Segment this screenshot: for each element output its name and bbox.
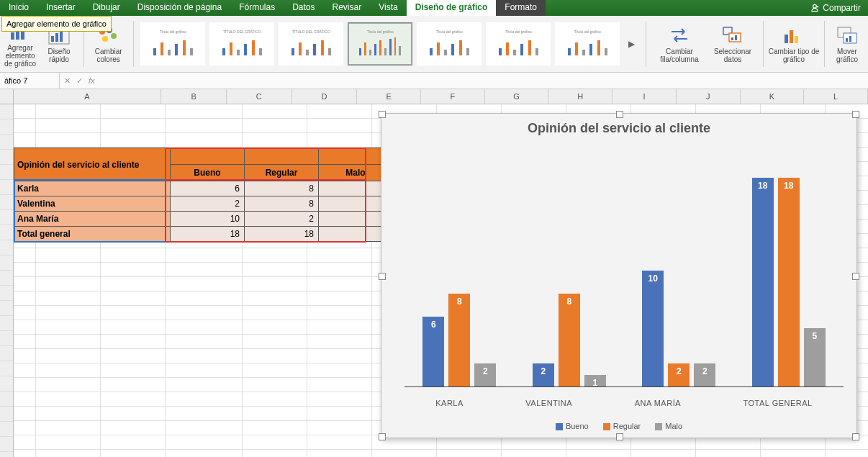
table-row: Total general 18 18 5	[14, 227, 393, 242]
bar[interactable]: 2	[474, 363, 496, 386]
bar[interactable]: 10	[642, 271, 664, 386]
x-label: VALENTINA	[525, 399, 572, 407]
bar-value-label: 18	[758, 181, 767, 191]
data-table: Opinión del servicio al cliente Bueno Re…	[14, 148, 393, 242]
tooltip: Agregar elemento de gráfico	[1, 16, 112, 32]
btn-label: Cambiar colores	[91, 47, 126, 63]
svg-rect-5	[51, 36, 54, 42]
svg-point-11	[102, 36, 108, 42]
svg-point-10	[111, 33, 117, 39]
tab-formato[interactable]: Formato	[496, 0, 546, 16]
col-head-C[interactable]: C	[227, 89, 292, 104]
bar[interactable]: 2	[694, 363, 715, 386]
share-button[interactable]: Compartir	[803, 0, 868, 16]
legend-regular: Regular	[613, 422, 641, 430]
plot-area[interactable]: 682281102218185	[404, 150, 844, 387]
ribbon-toolbar: + Agregar elemento de gráfico Diseño ráp…	[0, 16, 868, 73]
hdr-regular[interactable]: Regular	[245, 165, 319, 181]
bar[interactable]: 18	[752, 178, 774, 386]
tab-insertar[interactable]: Insertar	[37, 0, 84, 16]
bar[interactable]: 8	[448, 294, 470, 386]
chart-style-gallery: Título del gráfico TÍTULO DEL GRÁFICO TÍ…	[140, 22, 638, 65]
chart-style-1[interactable]: Título del gráfico	[140, 22, 205, 65]
svg-rect-7	[60, 30, 63, 42]
tab-dibujar[interactable]: Dibujar	[84, 0, 129, 16]
fx-icon[interactable]: fx	[89, 76, 95, 85]
col-head-F[interactable]: F	[421, 89, 485, 104]
select-data-icon	[720, 24, 745, 46]
col-head-H[interactable]: H	[548, 89, 612, 104]
chart-style-3[interactable]: TÍTULO DEL GRÁFICO	[279, 22, 343, 65]
btn-label: Cambiar fila/columna	[654, 47, 705, 63]
bar-value-label: 2	[541, 366, 546, 376]
bar-group: 682	[404, 294, 515, 386]
row-headers[interactable]	[0, 104, 14, 457]
share-person-icon	[810, 3, 820, 13]
col-head-K[interactable]: K	[741, 89, 805, 104]
bar[interactable]: 1	[584, 375, 606, 386]
svg-rect-21	[846, 38, 848, 42]
svg-rect-0	[11, 32, 14, 40]
col-head-E[interactable]: E	[357, 89, 421, 104]
chart-legend[interactable]: Bueno Regular Malo	[381, 422, 856, 430]
bar-value-label: 2	[677, 366, 682, 376]
cells-area[interactable]: Opinión del servicio al cliente Bueno Re…	[14, 104, 868, 457]
chart-style-4[interactable]: Título del gráfico	[348, 22, 412, 65]
bar[interactable]: 8	[559, 294, 580, 386]
cancel-icon[interactable]: ✕	[64, 76, 71, 86]
bar-value-label: 6	[431, 320, 436, 330]
table-row: Karla 6 8 2	[14, 181, 393, 196]
col-head-J[interactable]: J	[677, 89, 741, 104]
tab-revisar[interactable]: Revisar	[324, 0, 371, 16]
svg-rect-17	[790, 30, 793, 43]
chart-style-5[interactable]: Título del gráfico	[417, 22, 482, 65]
bar-value-label: 5	[812, 331, 817, 341]
select-data-button[interactable]: Seleccionar datos	[707, 18, 759, 70]
col-head-I[interactable]: I	[612, 89, 677, 104]
gallery-next-button[interactable]: ▶	[624, 23, 638, 65]
svg-rect-14	[731, 37, 733, 40]
btn-label: Cambiar tipo de gráfico	[768, 47, 820, 63]
chart-style-2[interactable]: TÍTULO DEL GRÁFICO	[209, 22, 274, 65]
col-head-B[interactable]: B	[161, 89, 227, 104]
formula-bar: áfico 7 ✕ ✓ fx	[0, 73, 868, 89]
confirm-icon[interactable]: ✓	[76, 76, 83, 86]
tab-datos[interactable]: Datos	[284, 0, 323, 16]
col-head-G[interactable]: G	[485, 89, 549, 104]
col-head-A[interactable]: A	[14, 89, 162, 104]
svg-rect-15	[735, 35, 737, 40]
move-chart-button[interactable]: Mover gráfico	[829, 18, 865, 70]
bar-value-label: 1	[592, 378, 597, 388]
tab-formulas[interactable]: Fórmulas	[230, 0, 284, 16]
select-all-corner[interactable]	[0, 89, 14, 104]
svg-rect-16	[785, 35, 788, 43]
chart-style-7[interactable]: Título del gráfico	[555, 22, 620, 65]
bar[interactable]: 6	[422, 317, 444, 386]
change-chart-type-button[interactable]: Cambiar tipo de gráfico	[768, 18, 820, 70]
chart-style-6[interactable]: Título del gráfico	[486, 22, 551, 65]
bar-group: 18185	[734, 178, 844, 386]
tab-disposicion[interactable]: Disposición de página	[129, 0, 230, 16]
tab-diseno-grafico[interactable]: Diseño de gráfico	[407, 0, 497, 16]
svg-rect-6	[55, 33, 58, 42]
bar[interactable]: 2	[533, 363, 554, 386]
tab-vista[interactable]: Vista	[370, 0, 406, 16]
chart-title[interactable]: Opinión del servicio al cliente	[381, 121, 856, 136]
switch-row-column-button[interactable]: Cambiar fila/columna	[654, 18, 705, 70]
bar-group: 281	[515, 294, 625, 386]
tab-inicio[interactable]: Inicio	[0, 0, 37, 16]
bar[interactable]: 18	[778, 178, 800, 386]
legend-malo: Malo	[665, 422, 682, 430]
x-label: KARLA	[435, 399, 464, 407]
name-box[interactable]: áfico 7	[0, 73, 60, 89]
col-head-L[interactable]: L	[804, 89, 868, 104]
bar[interactable]: 2	[668, 363, 690, 386]
switch-icon	[667, 24, 692, 46]
bar[interactable]: 5	[804, 328, 826, 386]
hdr-bueno[interactable]: Bueno	[171, 165, 245, 181]
x-label: TOTAL GENERAL	[743, 399, 813, 407]
table-title-cell[interactable]: Opinión del servicio al cliente	[14, 148, 171, 181]
bar-value-label: 8	[457, 297, 462, 307]
chart-object[interactable]: Opinión del servicio al cliente 68228110…	[381, 113, 857, 438]
col-head-D[interactable]: D	[292, 89, 358, 104]
